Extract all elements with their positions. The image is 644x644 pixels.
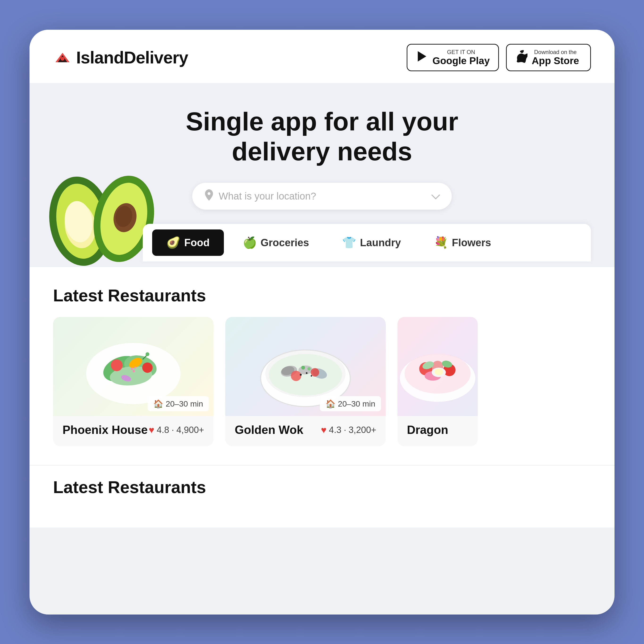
delivery-badge-golden-wok: 🏠 20–30 min xyxy=(320,396,381,411)
clock-icon: 🏠 xyxy=(153,399,163,408)
island-delivery-logo-icon xyxy=(53,50,72,65)
main-content: Latest Restaurants xyxy=(29,267,615,465)
svg-point-35 xyxy=(311,375,312,377)
restaurant-rating-golden-wok: ♥ 4.3 · 3,200+ xyxy=(321,425,376,435)
svg-point-15 xyxy=(142,362,153,373)
app-store-text-block: Download on the App Store xyxy=(532,49,579,66)
search-bar[interactable]: What is your location? xyxy=(192,183,452,210)
restaurant-info-phoenix: Phoenix House ♥ 4.8 · 4,900+ xyxy=(53,416,213,446)
location-pin-icon xyxy=(204,189,214,203)
tab-groceries[interactable]: 🍏 Groceries xyxy=(228,229,323,256)
svg-point-21 xyxy=(134,367,136,369)
svg-point-20 xyxy=(131,368,133,370)
app-buttons: GET IT ON Google Play Download on the Ap… xyxy=(407,44,591,71)
search-bar-container: What is your location? xyxy=(53,183,591,210)
hero-title-line1: Single app for all your xyxy=(186,107,458,136)
reviews-phoenix: 4,900+ xyxy=(176,425,204,435)
clock-icon-2: 🏠 xyxy=(326,399,336,408)
rating-dot-2: · xyxy=(344,425,346,435)
svg-point-33 xyxy=(307,367,311,370)
restaurant-name-golden-wok: Golden Wok xyxy=(235,423,303,437)
google-play-small-text: GET IT ON xyxy=(433,49,490,56)
delivery-time-phoenix: 20–30 min xyxy=(166,399,203,408)
hero-title: Single app for all your delivery needs xyxy=(53,107,591,166)
header: IslandDelivery GET IT ON Google Play xyxy=(29,30,615,83)
rating-value-golden-wok: 4.3 xyxy=(329,425,342,435)
restaurant-card-golden-wok[interactable]: 🏠 20–30 min Golden Wok ♥ 4.3 · 3,200+ xyxy=(225,317,386,446)
restaurant-card-dragon[interactable]: Dragon xyxy=(398,317,478,446)
google-play-icon xyxy=(416,50,428,65)
svg-point-31 xyxy=(311,368,319,377)
category-tabs: 🥑 Food 🍏 Groceries 👕 Laundry 💐 Flowers xyxy=(143,224,591,262)
tab-groceries-label: Groceries xyxy=(261,237,309,249)
svg-point-9 xyxy=(207,192,210,195)
delivery-badge-phoenix: 🏠 20–30 min xyxy=(148,396,209,411)
delivery-time-golden-wok: 20–30 min xyxy=(338,399,375,408)
restaurant-image-dragon xyxy=(398,317,478,416)
tab-laundry-label: Laundry xyxy=(360,237,401,249)
reviews-golden-wok: 3,200+ xyxy=(349,425,376,435)
device-frame: IslandDelivery GET IT ON Google Play xyxy=(29,30,615,615)
second-section: Latest Restaurants xyxy=(29,465,615,528)
restaurant-rating-phoenix: ♥ 4.8 · 4,900+ xyxy=(149,425,204,435)
category-tabs-wrapper: 🥑 Food 🍏 Groceries 👕 Laundry 💐 Flowers xyxy=(53,224,591,262)
logo-area: IslandDelivery xyxy=(53,48,188,67)
restaurants-grid: 🏠 20–30 min Phoenix House ♥ 4.8 · 4,900+ xyxy=(53,317,591,446)
app-store-small-text: Download on the xyxy=(532,49,579,56)
chevron-down-icon xyxy=(432,190,440,202)
google-play-button[interactable]: GET IT ON Google Play xyxy=(407,44,499,71)
app-store-button[interactable]: Download on the App Store xyxy=(506,44,591,71)
restaurant-image-golden-wok: 🏠 20–30 min xyxy=(225,317,386,416)
food-emoji-icon: 🥑 xyxy=(166,236,180,249)
dragon-image xyxy=(398,317,478,416)
restaurant-card-phoenix-house[interactable]: 🏠 20–30 min Phoenix House ♥ 4.8 · 4,900+ xyxy=(53,317,213,446)
tab-flowers[interactable]: 💐 Flowers xyxy=(420,229,505,256)
tab-food[interactable]: 🥑 Food xyxy=(152,229,224,256)
second-latest-restaurants-title: Latest Restaurants xyxy=(53,478,591,497)
apple-icon xyxy=(515,50,528,65)
tab-food-label: Food xyxy=(184,237,210,249)
google-play-large-text: Google Play xyxy=(433,55,490,66)
restaurant-image-phoenix-house: 🏠 20–30 min xyxy=(53,317,213,416)
svg-point-19 xyxy=(145,352,149,356)
groceries-emoji-icon: 🍏 xyxy=(243,236,257,249)
restaurant-info-golden-wok: Golden Wok ♥ 4.3 · 3,200+ xyxy=(225,416,386,446)
hero-section: Single app for all your delivery needs W… xyxy=(29,83,615,267)
laundry-emoji-icon: 👕 xyxy=(342,236,356,249)
restaurant-name-dragon: Dragon xyxy=(407,423,448,437)
tab-laundry[interactable]: 👕 Laundry xyxy=(328,229,415,256)
tab-flowers-label: Flowers xyxy=(452,237,491,249)
restaurant-name-phoenix: Phoenix House xyxy=(62,423,148,437)
flowers-emoji-icon: 💐 xyxy=(434,236,448,249)
app-store-large-text: App Store xyxy=(532,55,579,66)
heart-icon: ♥ xyxy=(149,425,154,435)
svg-point-30 xyxy=(291,371,301,381)
latest-restaurants-title: Latest Restaurants xyxy=(53,286,591,305)
svg-point-47 xyxy=(435,369,443,375)
restaurant-info-dragon: Dragon xyxy=(398,416,478,446)
svg-point-22 xyxy=(133,370,135,372)
rating-value-phoenix: 4.8 xyxy=(157,425,169,435)
google-play-text-block: GET IT ON Google Play xyxy=(433,49,490,66)
svg-point-14 xyxy=(111,359,123,371)
logo-text: IslandDelivery xyxy=(76,48,188,67)
hero-title-line2: delivery needs xyxy=(232,137,412,166)
location-search-input[interactable]: What is your location? xyxy=(219,191,427,202)
svg-point-34 xyxy=(300,374,302,376)
svg-point-32 xyxy=(301,366,305,370)
rating-dot: · xyxy=(171,425,174,435)
svg-point-25 xyxy=(269,354,342,395)
svg-point-36 xyxy=(306,372,307,374)
svg-point-0 xyxy=(61,57,64,61)
heart-icon-2: ♥ xyxy=(321,425,327,435)
